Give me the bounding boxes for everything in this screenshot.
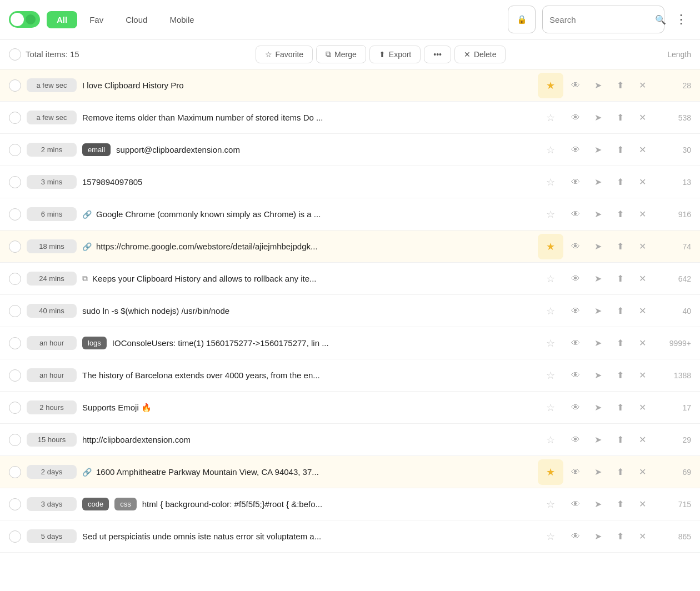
lock-button[interactable]: 🔒	[508, 6, 536, 33]
row-checkbox[interactable]	[9, 466, 21, 478]
send-button[interactable]: ➤	[588, 76, 608, 96]
upload-button[interactable]: ⬆	[610, 269, 630, 289]
row-content[interactable]: 🔗Google Chrome (commonly known simply as…	[82, 209, 532, 219]
delete-row-button[interactable]: ✕	[632, 462, 652, 482]
row-checkbox[interactable]	[9, 273, 21, 285]
star-button[interactable]: ☆	[538, 298, 563, 324]
delete-row-button[interactable]: ✕	[632, 494, 652, 514]
row-checkbox[interactable]	[9, 434, 21, 446]
send-button[interactable]: ➤	[588, 269, 608, 289]
send-button[interactable]: ➤	[588, 527, 608, 547]
preview-button[interactable]: 👁	[566, 527, 586, 547]
send-button[interactable]: ➤	[588, 398, 608, 418]
upload-button[interactable]: ⬆	[610, 76, 630, 96]
preview-button[interactable]: 👁	[566, 462, 586, 482]
tab-cloud[interactable]: Cloud	[116, 11, 157, 28]
send-button[interactable]: ➤	[588, 204, 608, 224]
preview-button[interactable]: 👁	[566, 430, 586, 450]
star-button[interactable]: ☆	[538, 105, 563, 131]
search-box[interactable]: 🔍	[542, 6, 664, 33]
delete-row-button[interactable]: ✕	[632, 398, 652, 418]
send-button[interactable]: ➤	[588, 108, 608, 128]
favorite-button[interactable]: ☆ Favorite	[256, 46, 313, 63]
delete-row-button[interactable]: ✕	[632, 237, 652, 257]
row-content[interactable]: 🔗1600 Amphitheatre Parkway Mountain View…	[82, 467, 532, 477]
row-checkbox[interactable]	[9, 498, 21, 510]
upload-button[interactable]: ⬆	[610, 108, 630, 128]
row-checkbox[interactable]	[9, 112, 21, 124]
select-all-checkbox[interactable]	[9, 48, 21, 61]
preview-button[interactable]: 👁	[566, 204, 586, 224]
upload-button[interactable]: ⬆	[610, 430, 630, 450]
send-button[interactable]: ➤	[588, 301, 608, 321]
row-checkbox[interactable]	[9, 337, 21, 349]
upload-button[interactable]: ⬆	[610, 237, 630, 257]
star-button[interactable]: ☆	[538, 524, 563, 549]
delete-row-button[interactable]: ✕	[632, 430, 652, 450]
upload-button[interactable]: ⬆	[610, 398, 630, 418]
preview-button[interactable]: 👁	[566, 108, 586, 128]
send-button[interactable]: ➤	[588, 333, 608, 353]
row-content[interactable]: I love Clipboard History Pro	[82, 81, 532, 90]
preview-button[interactable]: 👁	[566, 237, 586, 257]
row-checkbox[interactable]	[9, 402, 21, 414]
toggle-switch[interactable]	[9, 11, 40, 28]
row-content[interactable]: sudo ln -s $(which nodejs) /usr/bin/node	[82, 306, 532, 315]
preview-button[interactable]: 👁	[566, 333, 586, 353]
preview-button[interactable]: 👁	[566, 172, 586, 192]
delete-row-button[interactable]: ✕	[632, 172, 652, 192]
preview-button[interactable]: 👁	[566, 494, 586, 514]
row-checkbox[interactable]	[9, 369, 21, 382]
row-content[interactable]: Remove items older than Maximum number o…	[82, 113, 532, 122]
row-content[interactable]: IOConsoleUsers: time(1) 1560175277->1560…	[112, 338, 532, 348]
upload-button[interactable]: ⬆	[610, 333, 630, 353]
star-button[interactable]: ☆	[538, 395, 563, 420]
row-content[interactable]: http://clipboardextension.com	[82, 435, 532, 444]
delete-row-button[interactable]: ✕	[632, 140, 652, 160]
preview-button[interactable]: 👁	[566, 140, 586, 160]
more-button[interactable]: ⋮	[671, 6, 691, 33]
row-checkbox[interactable]	[9, 305, 21, 317]
tab-mobile[interactable]: Mobile	[159, 11, 204, 28]
star-button[interactable]: ★	[538, 459, 563, 485]
upload-button[interactable]: ⬆	[610, 365, 630, 385]
row-checkbox[interactable]	[9, 530, 21, 543]
upload-button[interactable]: ⬆	[610, 494, 630, 514]
row-content[interactable]: Supports Emoji 🔥	[82, 403, 532, 413]
star-button[interactable]: ☆	[538, 137, 563, 163]
star-button[interactable]: ★	[538, 234, 563, 259]
row-content[interactable]: support@clipboardextension.com	[116, 145, 532, 154]
send-button[interactable]: ➤	[588, 494, 608, 514]
star-button[interactable]: ☆	[538, 169, 563, 195]
delete-row-button[interactable]: ✕	[632, 365, 652, 385]
delete-row-button[interactable]: ✕	[632, 301, 652, 321]
send-button[interactable]: ➤	[588, 365, 608, 385]
star-button[interactable]: ★	[538, 73, 563, 98]
row-checkbox[interactable]	[9, 144, 21, 156]
more-actions-button[interactable]: •••	[424, 46, 451, 63]
row-content[interactable]: html { background-color: #f5f5f5;}#root …	[142, 499, 532, 509]
row-content[interactable]: Sed ut perspiciatis unde omnis iste natu…	[82, 532, 532, 541]
row-checkbox[interactable]	[9, 176, 21, 188]
upload-button[interactable]: ⬆	[610, 140, 630, 160]
delete-row-button[interactable]: ✕	[632, 527, 652, 547]
upload-button[interactable]: ⬆	[610, 462, 630, 482]
row-checkbox[interactable]	[9, 208, 21, 221]
star-button[interactable]: ☆	[538, 266, 563, 292]
row-content[interactable]: The history of Barcelona extends over 40…	[82, 370, 532, 380]
row-content[interactable]: 15798940978​05	[82, 177, 532, 187]
upload-button[interactable]: ⬆	[610, 527, 630, 547]
delete-button[interactable]: ✕ Delete	[454, 46, 506, 63]
send-button[interactable]: ➤	[588, 430, 608, 450]
preview-button[interactable]: 👁	[566, 301, 586, 321]
row-content[interactable]: 🔗https://chrome.google.com/webstore/deta…	[82, 242, 532, 251]
send-button[interactable]: ➤	[588, 172, 608, 192]
export-button[interactable]: ⬆ Export	[369, 46, 421, 63]
upload-button[interactable]: ⬆	[610, 172, 630, 192]
star-button[interactable]: ☆	[538, 330, 563, 356]
star-button[interactable]: ☆	[538, 363, 563, 388]
delete-row-button[interactable]: ✕	[632, 204, 652, 224]
row-checkbox[interactable]	[9, 79, 21, 92]
delete-row-button[interactable]: ✕	[632, 269, 652, 289]
send-button[interactable]: ➤	[588, 462, 608, 482]
